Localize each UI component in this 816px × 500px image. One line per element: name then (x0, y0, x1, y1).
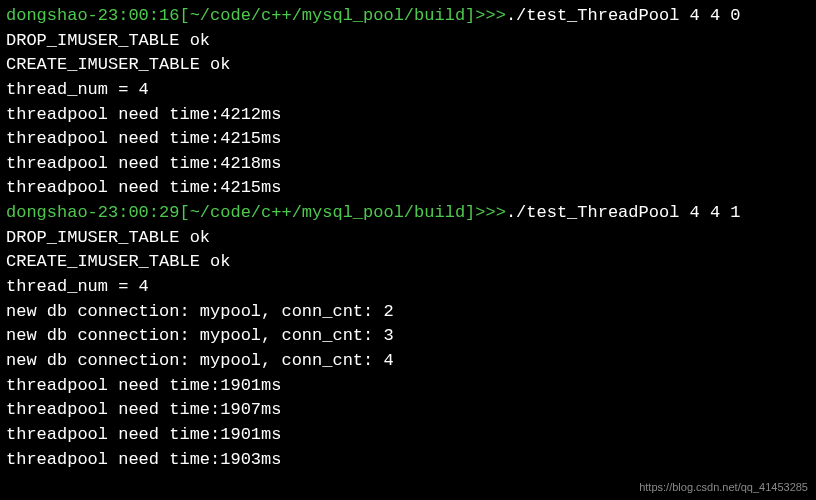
output-text: new db connection: mypool, conn_cnt: 4 (6, 351, 394, 370)
output-text: CREATE_IMUSER_TABLE ok (6, 252, 230, 271)
terminal-line: new db connection: mypool, conn_cnt: 3 (6, 324, 810, 349)
terminal-line: threadpool need time:1901ms (6, 374, 810, 399)
terminal-line: threadpool need time:4215ms (6, 176, 810, 201)
terminal-line: thread_num = 4 (6, 275, 810, 300)
terminal-line: threadpool need time:4212ms (6, 103, 810, 128)
output-text: DROP_IMUSER_TABLE ok (6, 31, 210, 50)
terminal-output[interactable]: dongshao-23:00:16[~/code/c++/mysql_pool/… (6, 4, 810, 472)
output-text: threadpool need time:1903ms (6, 450, 281, 469)
prompt-path: [~/code/c++/mysql_pool/build] (179, 203, 475, 222)
output-text: threadpool need time:1901ms (6, 376, 281, 395)
output-text: threadpool need time:1907ms (6, 400, 281, 419)
terminal-line: dongshao-23:00:29[~/code/c++/mysql_pool/… (6, 201, 810, 226)
output-text: threadpool need time:4215ms (6, 178, 281, 197)
output-text: new db connection: mypool, conn_cnt: 2 (6, 302, 394, 321)
output-text: CREATE_IMUSER_TABLE ok (6, 55, 230, 74)
terminal-line: CREATE_IMUSER_TABLE ok (6, 250, 810, 275)
command-text: ./test_ThreadPool 4 4 0 (506, 6, 741, 25)
prompt-arrow: >>> (475, 6, 506, 25)
terminal-line: threadpool need time:1907ms (6, 398, 810, 423)
terminal-line: threadpool need time:4218ms (6, 152, 810, 177)
output-text: threadpool need time:1901ms (6, 425, 281, 444)
output-text: threadpool need time:4212ms (6, 105, 281, 124)
terminal-line: thread_num = 4 (6, 78, 810, 103)
watermark-text: https://blog.csdn.net/qq_41453285 (639, 480, 808, 496)
terminal-line: dongshao-23:00:16[~/code/c++/mysql_pool/… (6, 4, 810, 29)
terminal-line: new db connection: mypool, conn_cnt: 2 (6, 300, 810, 325)
terminal-line: threadpool need time:4215ms (6, 127, 810, 152)
terminal-line: threadpool need time:1903ms (6, 448, 810, 473)
prompt-path: [~/code/c++/mysql_pool/build] (179, 6, 475, 25)
prompt-user: dongshao-23:00:16 (6, 6, 179, 25)
output-text: threadpool need time:4215ms (6, 129, 281, 148)
output-text: thread_num = 4 (6, 80, 149, 99)
output-text: new db connection: mypool, conn_cnt: 3 (6, 326, 394, 345)
terminal-line: threadpool need time:1901ms (6, 423, 810, 448)
command-text: ./test_ThreadPool 4 4 1 (506, 203, 741, 222)
terminal-line: new db connection: mypool, conn_cnt: 4 (6, 349, 810, 374)
prompt-arrow: >>> (475, 203, 506, 222)
output-text: DROP_IMUSER_TABLE ok (6, 228, 210, 247)
terminal-line: CREATE_IMUSER_TABLE ok (6, 53, 810, 78)
terminal-line: DROP_IMUSER_TABLE ok (6, 29, 810, 54)
output-text: thread_num = 4 (6, 277, 149, 296)
terminal-line: DROP_IMUSER_TABLE ok (6, 226, 810, 251)
prompt-user: dongshao-23:00:29 (6, 203, 179, 222)
output-text: threadpool need time:4218ms (6, 154, 281, 173)
